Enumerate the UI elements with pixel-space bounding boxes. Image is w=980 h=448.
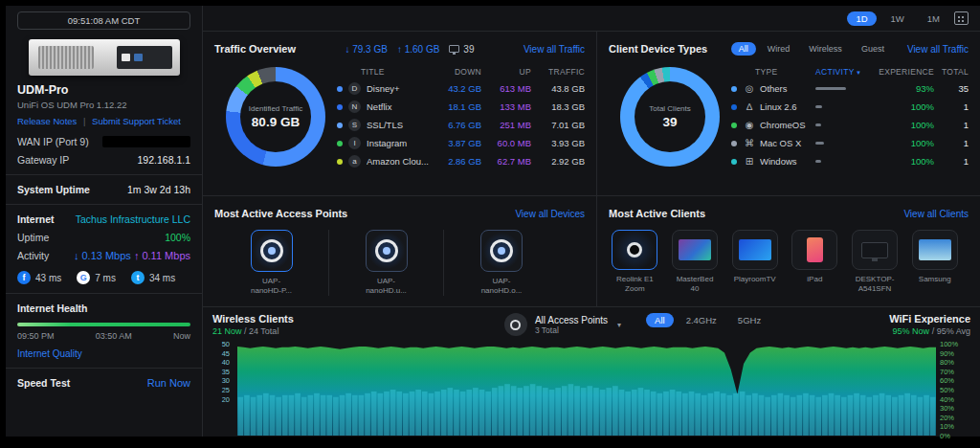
device-types-table: TYPE ACTIVITY ▾ EXPERIENCE TOTAL ◎ Other… [731, 63, 969, 170]
client-name: PlayroomTV [734, 275, 776, 284]
traffic-row[interactable]: a Amazon Clou... 2.86 GB 62.7 MB 2.92 GB [337, 152, 585, 170]
traffic-value: 7.01 GB [531, 120, 585, 130]
device-type-row[interactable]: ◎ Others 93% 35 [731, 79, 969, 98]
monitor-icon [852, 230, 898, 270]
legend-dot [337, 123, 343, 128]
client-tile-masterbed-tv[interactable]: MasterBed 40 [669, 230, 722, 294]
col-activity[interactable]: ACTIVITY ▾ [815, 67, 871, 77]
range-1d-button[interactable]: 1D [847, 11, 876, 26]
card-title: Most Active Clients [609, 208, 705, 219]
submit-support-ticket-link[interactable]: Submit Support Ticket [92, 116, 181, 126]
traffic-value: 2.92 GB [531, 156, 585, 167]
client-tile-ipad[interactable]: iPad [789, 230, 841, 294]
release-notes-link[interactable]: Release Notes [17, 116, 77, 126]
access-point-icon [251, 230, 293, 272]
divider [6, 368, 202, 369]
os-name: Others [760, 83, 815, 94]
twitter-latency: t 34 ms [131, 271, 175, 284]
legend-dot [337, 104, 343, 110]
unifi-dashboard: 09:51:08 AM CDT UDM-Pro UniFi OS UDM Pro… [6, 6, 980, 437]
run-speed-test-button[interactable]: Run Now [147, 377, 190, 389]
left-axis-label: 45 [222, 350, 230, 358]
col-traffic: TRAFFIC [531, 67, 585, 77]
device-type-row[interactable]: ⊞ Windows 100% 1 [731, 152, 969, 170]
up-value: 133 MB [481, 101, 531, 112]
tab-wireless[interactable]: Wireless [801, 42, 850, 56]
right-axis: 100%90%80%70%60%50%40%30%20%10%0% [938, 344, 969, 436]
health-time-mid: 03:50 AM [96, 331, 132, 341]
band-5ghz-button[interactable]: 5GHz [729, 313, 769, 327]
client-tile-reolink[interactable]: Reolink E1 Zoom [609, 230, 661, 294]
client-filter-tabs: All Wired Wireless Guest [731, 42, 892, 56]
view-all-devices-link[interactable]: View all Devices [515, 209, 585, 219]
right-axis-label: 80% [940, 359, 954, 367]
client-tile-desktop[interactable]: DESKTOP- A541SFN [849, 230, 902, 294]
col-up: UP [481, 67, 531, 77]
range-1m-button[interactable]: 1M [919, 11, 948, 26]
client-tile-playroom-tv[interactable]: PlayroomTV [728, 230, 781, 294]
device-type-row[interactable]: ◉ ChromeOS 100% 1 [731, 116, 969, 134]
access-point-selector[interactable]: All Access Points 3 Total ▾ [504, 313, 621, 336]
total-value: 1 [934, 156, 969, 167]
tab-wired[interactable]: Wired [760, 42, 798, 56]
right-axis-label: 70% [940, 369, 954, 376]
facebook-icon: f [17, 271, 31, 284]
wifi-clients-chart[interactable] [237, 344, 936, 436]
uptime-label: Uptime [17, 232, 49, 243]
band-all-button[interactable]: All [646, 313, 674, 327]
chromeos-icon: ◉ [743, 120, 756, 130]
legend-dot [731, 141, 737, 146]
app-name: Netflix [367, 101, 432, 112]
view-all-clients-link[interactable]: View all Clients [903, 209, 969, 219]
tv-icon [672, 230, 718, 270]
google-ms: 7 ms [95, 273, 116, 283]
experience-avg: / 95% Avg [929, 326, 970, 336]
legend-dot [337, 86, 343, 92]
total-value: 1 [934, 138, 969, 148]
traffic-row[interactable]: S SSL/TLS 6.76 GB 251 MB 7.01 GB [337, 116, 585, 134]
band-24ghz-button[interactable]: 2.4GHz [678, 313, 725, 327]
col-experience[interactable]: EXPERIENCE [871, 67, 934, 77]
activity-bar [815, 105, 871, 108]
down-value: 6.76 GB [432, 120, 481, 130]
traffic-row[interactable]: I Instagram 3.87 GB 60.0 MB 3.93 GB [337, 134, 585, 152]
facebook-latency: f 43 ms [17, 271, 61, 284]
tab-guest[interactable]: Guest [854, 42, 892, 56]
divider [6, 204, 202, 205]
client-name: DESKTOP- [856, 275, 895, 284]
traffic-row[interactable]: N Netflix 18.1 GB 133 MB 18.3 GB [337, 98, 585, 116]
clients-donut-chart[interactable]: Total Clients 39 [620, 67, 720, 167]
internet-quality-link[interactable]: Internet Quality [17, 348, 82, 359]
total-value: 1 [934, 120, 969, 130]
separator: | [83, 116, 85, 126]
client-tile-samsung-tv[interactable]: Samsung [908, 230, 961, 294]
right-axis-label: 30% [940, 405, 954, 413]
ap-name: nanoHD.o... [481, 286, 523, 296]
health-time-now: Now [173, 331, 190, 341]
device-type-row[interactable]: ∆ Linux 2.6 100% 1 [731, 98, 969, 116]
tab-all[interactable]: All [731, 42, 756, 56]
access-point-tile[interactable]: UAP- nanoHD.u... [329, 230, 444, 296]
os-name: Mac OS X [760, 138, 815, 148]
traffic-donut-chart[interactable]: Identified Traffic 80.9 GB [226, 67, 325, 167]
device-type-row[interactable]: ⌘ Mac OS X 100% 1 [731, 134, 969, 152]
sidebar: 09:51:08 AM CDT UDM-Pro UniFi OS UDM Pro… [6, 6, 203, 437]
view-all-traffic-link[interactable]: View all Traffic [523, 44, 585, 55]
access-point-tile[interactable]: UAP- nanoHD.o... [444, 230, 559, 296]
gateway-ip-value: 192.168.1.1 [138, 154, 190, 166]
activity-bar [815, 142, 871, 145]
calendar-icon[interactable] [954, 11, 969, 25]
access-point-tile[interactable]: UAP- nanoHD-P... [214, 230, 329, 296]
uptime-value: 100% [165, 232, 190, 243]
clock: 09:51:08 AM CDT [17, 11, 190, 30]
divider [6, 293, 202, 294]
client-name: Zoom [616, 284, 654, 294]
traffic-value: 18.3 GB [531, 101, 585, 112]
col-total[interactable]: TOTAL [934, 67, 969, 77]
legend-dot [731, 86, 737, 92]
health-time-start: 09:50 PM [17, 331, 55, 341]
view-all-traffic-link[interactable]: View all Traffic [907, 44, 969, 55]
traffic-row[interactable]: D Disney+ 43.2 GB 613 MB 43.8 GB [337, 79, 585, 98]
range-1w-button[interactable]: 1W [882, 11, 913, 26]
client-name: Samsung [919, 275, 951, 284]
